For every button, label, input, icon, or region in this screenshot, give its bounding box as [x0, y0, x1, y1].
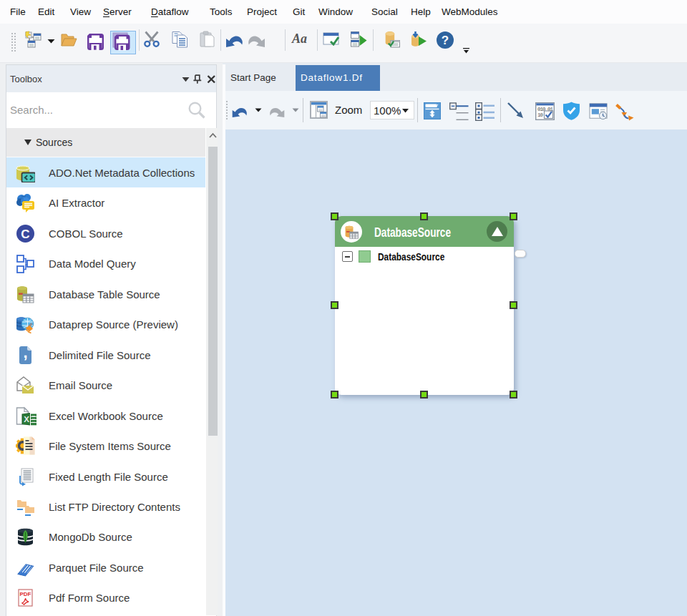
svg-text:X: X [24, 415, 29, 424]
svg-text:C: C [21, 227, 29, 240]
svg-text:,: , [23, 346, 27, 361]
svg-text:PDF: PDF [20, 591, 31, 597]
svg-text:?: ? [442, 34, 449, 47]
